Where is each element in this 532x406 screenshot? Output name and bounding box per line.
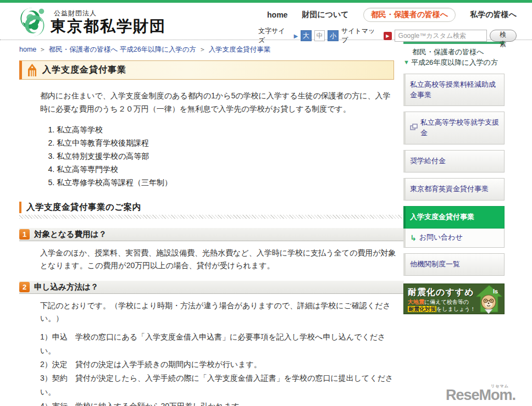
watermark-text: ReseMom. bbox=[446, 387, 516, 403]
number-badge: 1 bbox=[19, 229, 30, 240]
header-toolbar: 文字サイズ ▶ 大 中 小 サイトマップ ▶ 検索 bbox=[258, 24, 517, 45]
sidebar-item-ikuei-loan[interactable]: 東京都育英資金貸付事業 bbox=[403, 178, 505, 201]
logo-text: 公益財団法人 東京都私学財団 bbox=[51, 6, 166, 35]
watermark-furigana: リセマム bbox=[491, 383, 509, 389]
nav-residents-guardians[interactable]: 都民・保護者の皆様へ bbox=[363, 8, 456, 22]
earthquake-resistance-banner[interactable]: 耐震化のすすめ 大地震に備えて校舎等の 耐震化対策をしましょう！ Is bbox=[403, 283, 505, 314]
school-building-icon bbox=[27, 64, 37, 77]
nav-home[interactable]: home bbox=[267, 10, 287, 19]
step-item: 3）契約 貸付が決定したら、入学手続の際に「入学支度金借入証書」を学校の窓口に提… bbox=[40, 371, 394, 399]
faq-header-bar: 1 対象となる費用は？ bbox=[19, 228, 404, 241]
sidebar-header-line1: 都民・保護者の皆様へ bbox=[403, 47, 505, 58]
sidebar-item-other-institutions[interactable]: 他機関制度一覧 bbox=[403, 253, 505, 276]
breadcrumb-current: 入学支度金貸付事業 bbox=[209, 46, 271, 53]
sidebar-header-line2: 平成26年度以降に入学の方 bbox=[411, 58, 498, 68]
list-item: 私立中等教育学校後期課程 bbox=[57, 136, 394, 149]
font-size-small-button[interactable]: 小 bbox=[328, 30, 339, 41]
nav-about-foundation[interactable]: 財団について bbox=[302, 10, 348, 20]
list-item: 私立特別支援学校の高等部 bbox=[57, 149, 394, 163]
guide-section-heading: 入学支度金貸付事業のご案内 bbox=[19, 202, 394, 213]
svg-text:Is: Is bbox=[493, 288, 498, 294]
intro-paragraph: 都内にお住まいで、入学支度金制度のある都内の1から5の学校に入学する生徒の保護者… bbox=[40, 90, 397, 116]
sidebar-item-entrance-loan-active[interactable]: 入学支度金貸付事業 bbox=[403, 206, 505, 229]
breadcrumb-section-link[interactable]: 都民・保護者の皆様へ 平成26年以降に入学の方 bbox=[49, 46, 197, 53]
list-item: 私立専修学校高等課程（三年制） bbox=[57, 176, 394, 189]
eligible-schools-list: 私立高等学校 私立中等教育学校後期課程 私立特別支援学校の高等部 私立高等専門学… bbox=[57, 123, 394, 189]
resemom-watermark: リセマム ReseMom. bbox=[446, 387, 516, 404]
step-item: 4）実行 学校に納入する金額から20万円差し引かれます。 bbox=[40, 399, 394, 406]
main-nav: home 財団について 都民・保護者の皆様へ 私学の皆様へ bbox=[258, 3, 517, 24]
breadcrumb-home-link[interactable]: home bbox=[19, 46, 36, 53]
breadcrumb: home＞都民・保護者の皆様へ 平成26年以降に入学の方＞入学支度金貸付事業 bbox=[19, 45, 394, 54]
faq-title: 対象となる費用は？ bbox=[34, 229, 107, 240]
site-logo[interactable]: 公益財団法人 東京都私学財団 bbox=[16, 6, 166, 40]
sidebar-header: 都民・保護者の皆様へ ▼ 平成26年度以降に入学の方 bbox=[403, 42, 505, 68]
sidebar-item-enrollment-support[interactable]: 私立高等学校等就学支援金 bbox=[403, 112, 505, 144]
page: 公益財団法人 東京都私学財団 home 財団について 都民・保護者の皆様へ 私学… bbox=[0, 0, 532, 406]
number-badge: 2 bbox=[19, 282, 30, 292]
faq-section-1: 1 対象となる費用は？ 入学金のほか、授業料、実習費、施設設備費、光熱水費など、… bbox=[19, 228, 394, 271]
sidebar-item-contact[interactable]: ↳ お問い合わせ bbox=[403, 229, 505, 248]
faq-title: 申し込み方法は？ bbox=[34, 282, 98, 292]
google-custom-search-input[interactable] bbox=[395, 30, 487, 42]
site-header: 公益財団法人 東京都私学財団 home 財団について 都民・保護者の皆様へ 私学… bbox=[0, 3, 532, 40]
org-type: 公益財団法人 bbox=[54, 9, 166, 18]
list-item: 私立高等学校 bbox=[57, 123, 394, 136]
page-title: 入学支度金貸付事業 bbox=[42, 64, 126, 76]
sidebar-item-tuition-reduction[interactable]: 私立高校等授業料軽減助成金事業 bbox=[403, 74, 505, 107]
mascot-house-icon: Is bbox=[475, 285, 503, 314]
font-size-medium-button[interactable]: 中 bbox=[314, 30, 325, 41]
breadcrumb-separator: ＞ bbox=[199, 46, 206, 53]
guide-heading-text: 入学支度金貸付事業のご案内 bbox=[26, 202, 394, 213]
font-size-large-button[interactable]: 大 bbox=[301, 30, 312, 41]
breadcrumb-separator: ＞ bbox=[39, 46, 46, 53]
sidebar-item-scholarship-grant[interactable]: 奨学給付金 bbox=[403, 150, 505, 173]
content-row: home＞都民・保護者の皆様へ 平成26年以降に入学の方＞入学支度金貸付事業 入… bbox=[0, 40, 532, 406]
sidebar: 都民・保護者の皆様へ ▼ 平成26年度以降に入学の方 私立高校等授業料軽減助成金… bbox=[403, 42, 505, 314]
step-item: 1）申込 学校の窓口にある「入学支度金借入申込書」に必要事項を記入し学校へ申し込… bbox=[40, 330, 394, 358]
main-column: home＞都民・保護者の皆様へ 平成26年以降に入学の方＞入学支度金貸付事業 入… bbox=[0, 40, 394, 406]
step-item: 2）決定 貸付の決定は入学手続きの期間内に学校が行います。 bbox=[40, 358, 394, 371]
hatched-divider bbox=[19, 215, 402, 219]
application-steps-list: 1）申込 学校の窓口にある「入学支度金借入申込書」に必要事項を記入し学校へ申し込… bbox=[40, 330, 394, 406]
font-size-arrow-icon: ▶ bbox=[293, 33, 298, 39]
nav-private-schools[interactable]: 私学の皆様へ bbox=[470, 10, 517, 20]
faq-body: 下記のとおりです。（学校により時期・方法が違う場合がありますので、詳細は学校にご… bbox=[40, 299, 403, 324]
foundation-swirl-logo-icon bbox=[16, 6, 48, 40]
faq-body: 入学金のほか、授業料、実習費、施設設備費、光熱水費など、入学時に学校に支払う全て… bbox=[40, 247, 403, 271]
faq-section-2: 2 申し込み方法は？ 下記のとおりです。（学校により時期・方法が違う場合がありま… bbox=[19, 281, 394, 406]
arrow-branch-icon: ↳ bbox=[410, 232, 417, 243]
external-link-icon bbox=[410, 123, 418, 134]
list-item: 私立高等専門学校 bbox=[57, 163, 394, 176]
font-size-label: 文字サイズ bbox=[258, 26, 291, 45]
header-right: home 財団について 都民・保護者の皆様へ 私学の皆様へ 文字サイズ ▶ 大 … bbox=[258, 3, 517, 45]
page-title-banner: 入学支度金貸付事業 bbox=[19, 60, 394, 80]
triangle-down-icon: ▼ bbox=[403, 58, 409, 67]
sitemap-play-icon[interactable]: ▶ bbox=[384, 32, 392, 40]
sitemap-link[interactable]: サイトマップ bbox=[341, 26, 381, 45]
org-name: 東京都私学財団 bbox=[51, 18, 166, 35]
faq-header-bar: 2 申し込み方法は？ bbox=[19, 281, 404, 294]
search-button[interactable]: 検索 bbox=[490, 30, 517, 42]
